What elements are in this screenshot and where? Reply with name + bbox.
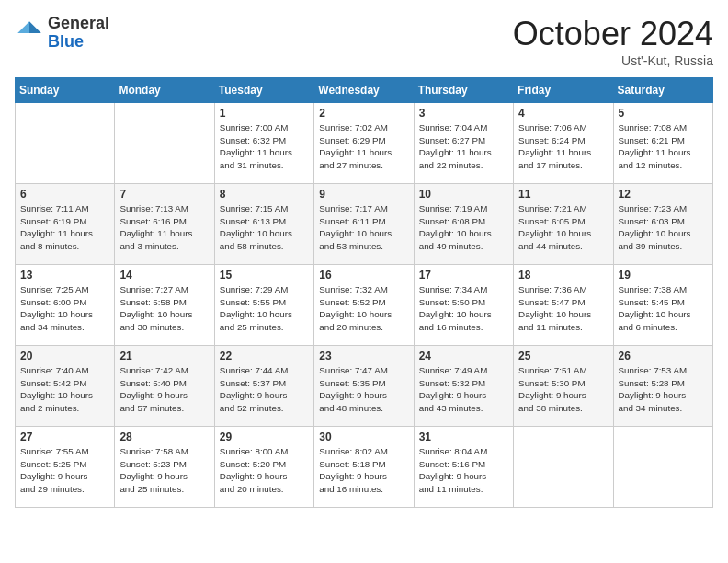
day-number: 4	[518, 107, 608, 120]
day-info: Sunrise: 7:44 AMSunset: 5:37 PMDaylight:…	[220, 364, 309, 415]
day-info: Sunrise: 7:23 AMSunset: 6:03 PMDaylight:…	[619, 202, 708, 253]
day-info: Sunrise: 7:02 AMSunset: 6:29 PMDaylight:…	[319, 121, 408, 172]
calendar-cell: 29Sunrise: 8:00 AMSunset: 5:20 PMDayligh…	[214, 427, 313, 508]
day-info: Sunrise: 7:36 AMSunset: 5:47 PMDaylight:…	[518, 283, 608, 334]
day-info: Sunrise: 7:51 AMSunset: 5:30 PMDaylight:…	[518, 364, 608, 415]
calendar-cell: 15Sunrise: 7:29 AMSunset: 5:55 PMDayligh…	[214, 265, 313, 346]
calendar-cell: 22Sunrise: 7:44 AMSunset: 5:37 PMDayligh…	[214, 346, 313, 427]
day-info: Sunrise: 7:53 AMSunset: 5:28 PMDaylight:…	[619, 364, 708, 415]
day-number: 18	[518, 269, 608, 282]
day-number: 2	[319, 107, 408, 120]
title-block: October 2024 Ust'-Kut, Russia	[513, 15, 713, 68]
day-number: 20	[20, 350, 109, 362]
day-number: 23	[319, 350, 408, 362]
svg-marker-1	[17, 21, 29, 33]
day-number: 13	[20, 269, 109, 282]
day-number: 24	[419, 350, 508, 362]
day-number: 28	[119, 431, 209, 443]
calendar-cell: 21Sunrise: 7:42 AMSunset: 5:40 PMDayligh…	[115, 346, 214, 427]
day-info: Sunrise: 8:04 AMSunset: 5:16 PMDaylight:…	[419, 445, 508, 496]
day-number: 3	[419, 107, 508, 120]
weekday-header-wednesday: Wednesday	[314, 78, 414, 103]
day-info: Sunrise: 7:47 AMSunset: 5:35 PMDaylight:…	[319, 364, 408, 415]
week-row-2: 6Sunrise: 7:11 AMSunset: 6:19 PMDaylight…	[16, 184, 713, 265]
week-row-3: 13Sunrise: 7:25 AMSunset: 6:00 PMDayligh…	[16, 265, 713, 346]
day-info: Sunrise: 8:00 AMSunset: 5:20 PMDaylight:…	[220, 445, 309, 496]
day-info: Sunrise: 7:29 AMSunset: 5:55 PMDaylight:…	[220, 283, 309, 334]
calendar-cell: 5Sunrise: 7:08 AMSunset: 6:21 PMDaylight…	[613, 103, 712, 184]
day-info: Sunrise: 7:40 AMSunset: 5:42 PMDaylight:…	[20, 364, 109, 415]
day-info: Sunrise: 7:32 AMSunset: 5:52 PMDaylight:…	[319, 283, 408, 334]
calendar-cell: 28Sunrise: 7:58 AMSunset: 5:23 PMDayligh…	[115, 427, 214, 508]
day-number: 5	[619, 107, 708, 120]
day-info: Sunrise: 7:34 AMSunset: 5:50 PMDaylight:…	[419, 283, 508, 334]
month-year-title: October 2024	[513, 15, 713, 53]
day-number: 17	[419, 269, 508, 282]
day-info: Sunrise: 7:06 AMSunset: 6:24 PMDaylight:…	[518, 121, 608, 172]
calendar-cell: 8Sunrise: 7:15 AMSunset: 6:13 PMDaylight…	[214, 184, 313, 265]
calendar-cell: 1Sunrise: 7:00 AMSunset: 6:32 PMDaylight…	[214, 103, 313, 184]
calendar-cell	[115, 103, 214, 184]
day-number: 27	[20, 431, 109, 443]
day-info: Sunrise: 7:11 AMSunset: 6:19 PMDaylight:…	[20, 202, 109, 253]
calendar-cell: 17Sunrise: 7:34 AMSunset: 5:50 PMDayligh…	[414, 265, 513, 346]
week-row-1: 1Sunrise: 7:00 AMSunset: 6:32 PMDaylight…	[16, 103, 713, 184]
calendar-cell: 12Sunrise: 7:23 AMSunset: 6:03 PMDayligh…	[613, 184, 712, 265]
day-number: 7	[119, 188, 209, 201]
calendar-cell	[613, 427, 712, 508]
calendar-cell: 14Sunrise: 7:27 AMSunset: 5:58 PMDayligh…	[115, 265, 214, 346]
day-info: Sunrise: 7:49 AMSunset: 5:32 PMDaylight:…	[419, 364, 508, 415]
calendar-cell: 31Sunrise: 8:04 AMSunset: 5:16 PMDayligh…	[414, 427, 513, 508]
calendar-cell: 30Sunrise: 8:02 AMSunset: 5:18 PMDayligh…	[314, 427, 414, 508]
weekday-header-sunday: Sunday	[16, 78, 115, 103]
day-info: Sunrise: 7:55 AMSunset: 5:25 PMDaylight:…	[20, 445, 109, 496]
day-number: 26	[619, 350, 708, 362]
day-number: 15	[220, 269, 309, 282]
calendar-cell: 11Sunrise: 7:21 AMSunset: 6:05 PMDayligh…	[514, 184, 613, 265]
day-number: 16	[319, 269, 408, 282]
logo-text: General Blue	[48, 15, 109, 52]
calendar-cell	[514, 427, 613, 508]
logo-icon	[15, 18, 44, 48]
calendar-cell: 19Sunrise: 7:38 AMSunset: 5:45 PMDayligh…	[613, 265, 712, 346]
day-number: 22	[220, 350, 309, 362]
day-number: 6	[20, 188, 109, 201]
week-row-4: 20Sunrise: 7:40 AMSunset: 5:42 PMDayligh…	[16, 346, 713, 427]
day-number: 11	[518, 188, 608, 201]
day-info: Sunrise: 7:00 AMSunset: 6:32 PMDaylight:…	[220, 121, 309, 172]
day-number: 10	[419, 188, 508, 201]
calendar-table: SundayMondayTuesdayWednesdayThursdayFrid…	[15, 77, 713, 508]
day-info: Sunrise: 7:15 AMSunset: 6:13 PMDaylight:…	[220, 202, 309, 253]
day-info: Sunrise: 8:02 AMSunset: 5:18 PMDaylight:…	[319, 445, 408, 496]
day-info: Sunrise: 7:21 AMSunset: 6:05 PMDaylight:…	[518, 202, 608, 253]
weekday-header-row: SundayMondayTuesdayWednesdayThursdayFrid…	[16, 78, 713, 103]
day-number: 1	[220, 107, 309, 120]
calendar-cell: 27Sunrise: 7:55 AMSunset: 5:25 PMDayligh…	[16, 427, 115, 508]
calendar-cell: 10Sunrise: 7:19 AMSunset: 6:08 PMDayligh…	[414, 184, 513, 265]
weekday-header-tuesday: Tuesday	[214, 78, 313, 103]
day-info: Sunrise: 7:27 AMSunset: 5:58 PMDaylight:…	[119, 283, 209, 334]
calendar-cell: 6Sunrise: 7:11 AMSunset: 6:19 PMDaylight…	[16, 184, 115, 265]
calendar-cell: 9Sunrise: 7:17 AMSunset: 6:11 PMDaylight…	[314, 184, 414, 265]
calendar-cell: 13Sunrise: 7:25 AMSunset: 6:00 PMDayligh…	[16, 265, 115, 346]
day-info: Sunrise: 7:19 AMSunset: 6:08 PMDaylight:…	[419, 202, 508, 253]
day-number: 9	[319, 188, 408, 201]
calendar-cell: 3Sunrise: 7:04 AMSunset: 6:27 PMDaylight…	[414, 103, 513, 184]
week-row-5: 27Sunrise: 7:55 AMSunset: 5:25 PMDayligh…	[16, 427, 713, 508]
day-number: 21	[119, 350, 209, 362]
weekday-header-thursday: Thursday	[414, 78, 513, 103]
calendar-cell	[16, 103, 115, 184]
calendar-cell: 18Sunrise: 7:36 AMSunset: 5:47 PMDayligh…	[514, 265, 613, 346]
calendar-cell: 25Sunrise: 7:51 AMSunset: 5:30 PMDayligh…	[514, 346, 613, 427]
page-header: General Blue October 2024 Ust'-Kut, Russ…	[15, 15, 713, 68]
day-info: Sunrise: 7:04 AMSunset: 6:27 PMDaylight:…	[419, 121, 508, 172]
day-number: 12	[619, 188, 708, 201]
day-info: Sunrise: 7:58 AMSunset: 5:23 PMDaylight:…	[119, 445, 209, 496]
weekday-header-saturday: Saturday	[613, 78, 712, 103]
calendar-cell: 4Sunrise: 7:06 AMSunset: 6:24 PMDaylight…	[514, 103, 613, 184]
calendar-cell: 20Sunrise: 7:40 AMSunset: 5:42 PMDayligh…	[16, 346, 115, 427]
svg-marker-0	[29, 21, 41, 33]
day-number: 31	[419, 431, 508, 443]
day-info: Sunrise: 7:13 AMSunset: 6:16 PMDaylight:…	[119, 202, 209, 253]
calendar-cell: 16Sunrise: 7:32 AMSunset: 5:52 PMDayligh…	[314, 265, 414, 346]
